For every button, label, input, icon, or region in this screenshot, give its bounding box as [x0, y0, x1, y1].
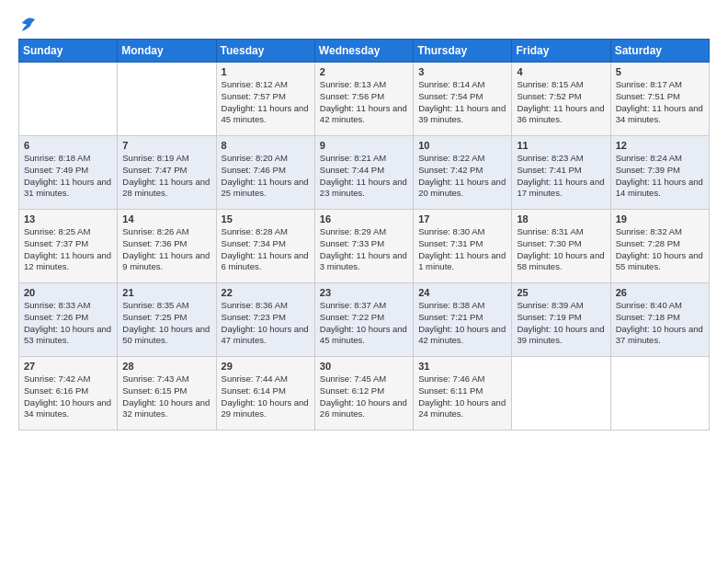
- day-number: 2: [320, 66, 408, 77]
- calendar-cell: 26Sunrise: 8:40 AM Sunset: 7:18 PM Dayli…: [610, 283, 709, 357]
- calendar-cell: 8Sunrise: 8:20 AM Sunset: 7:46 PM Daylig…: [216, 136, 314, 210]
- col-header-thursday: Thursday: [414, 40, 512, 63]
- day-info: Sunrise: 8:37 AM Sunset: 7:22 PM Dayligh…: [320, 300, 408, 347]
- calendar-cell: 11Sunrise: 8:23 AM Sunset: 7:41 PM Dayli…: [512, 136, 610, 210]
- calendar-table: SundayMondayTuesdayWednesdayThursdayFrid…: [18, 39, 710, 431]
- day-info: Sunrise: 8:30 AM Sunset: 7:31 PM Dayligh…: [418, 226, 506, 273]
- day-number: 1: [222, 66, 310, 77]
- week-row-3: 13Sunrise: 8:25 AM Sunset: 7:37 PM Dayli…: [19, 210, 710, 283]
- day-info: Sunrise: 8:29 AM Sunset: 7:33 PM Dayligh…: [320, 226, 408, 273]
- calendar-cell: 6Sunrise: 8:18 AM Sunset: 7:49 PM Daylig…: [19, 136, 118, 210]
- day-number: 10: [418, 140, 506, 151]
- day-info: Sunrise: 8:13 AM Sunset: 7:56 PM Dayligh…: [320, 79, 408, 126]
- page: SundayMondayTuesdayWednesdayThursdayFrid…: [0, 0, 728, 563]
- calendar-cell: 25Sunrise: 8:39 AM Sunset: 7:19 PM Dayli…: [512, 283, 610, 357]
- day-info: Sunrise: 8:32 AM Sunset: 7:28 PM Dayligh…: [616, 226, 704, 273]
- header: [18, 15, 710, 29]
- calendar-cell: 18Sunrise: 8:31 AM Sunset: 7:30 PM Dayli…: [512, 210, 610, 283]
- calendar-cell: 13Sunrise: 8:25 AM Sunset: 7:37 PM Dayli…: [19, 210, 118, 283]
- calendar-cell: 28Sunrise: 7:43 AM Sunset: 6:15 PM Dayli…: [118, 357, 216, 431]
- day-number: 22: [222, 287, 310, 298]
- week-row-5: 27Sunrise: 7:42 AM Sunset: 6:16 PM Dayli…: [19, 357, 710, 431]
- day-info: Sunrise: 8:22 AM Sunset: 7:42 PM Dayligh…: [418, 153, 506, 200]
- day-info: Sunrise: 8:26 AM Sunset: 7:36 PM Dayligh…: [122, 226, 210, 273]
- calendar-cell: 1Sunrise: 8:12 AM Sunset: 7:57 PM Daylig…: [216, 63, 314, 136]
- day-number: 25: [517, 287, 605, 298]
- day-number: 23: [320, 287, 408, 298]
- header-row: SundayMondayTuesdayWednesdayThursdayFrid…: [19, 40, 710, 63]
- calendar-cell: 30Sunrise: 7:45 AM Sunset: 6:12 PM Dayli…: [314, 357, 413, 431]
- week-row-1: 1Sunrise: 8:12 AM Sunset: 7:57 PM Daylig…: [19, 63, 710, 136]
- day-number: 24: [418, 287, 506, 298]
- day-number: 4: [517, 66, 605, 77]
- day-number: 12: [616, 140, 704, 151]
- day-number: 21: [122, 287, 210, 298]
- day-info: Sunrise: 7:42 AM Sunset: 6:16 PM Dayligh…: [24, 373, 112, 420]
- calendar-cell: 29Sunrise: 7:44 AM Sunset: 6:14 PM Dayli…: [216, 357, 314, 431]
- calendar-cell: 5Sunrise: 8:17 AM Sunset: 7:51 PM Daylig…: [610, 63, 709, 136]
- calendar-cell: 24Sunrise: 8:38 AM Sunset: 7:21 PM Dayli…: [414, 283, 512, 357]
- day-info: Sunrise: 8:21 AM Sunset: 7:44 PM Dayligh…: [320, 153, 408, 200]
- day-info: Sunrise: 8:35 AM Sunset: 7:25 PM Dayligh…: [122, 300, 210, 347]
- logo: [18, 15, 37, 29]
- calendar-cell: 9Sunrise: 8:21 AM Sunset: 7:44 PM Daylig…: [314, 136, 413, 210]
- day-number: 20: [24, 287, 112, 298]
- day-info: Sunrise: 8:17 AM Sunset: 7:51 PM Dayligh…: [616, 79, 704, 126]
- day-info: Sunrise: 8:24 AM Sunset: 7:39 PM Dayligh…: [616, 153, 704, 200]
- day-number: 30: [320, 361, 408, 372]
- day-number: 28: [122, 361, 210, 372]
- logo-bird-icon: [20, 13, 37, 33]
- calendar-cell: [19, 63, 118, 136]
- day-info: Sunrise: 8:38 AM Sunset: 7:21 PM Dayligh…: [418, 300, 506, 347]
- day-info: Sunrise: 8:28 AM Sunset: 7:34 PM Dayligh…: [222, 226, 310, 273]
- day-info: Sunrise: 8:19 AM Sunset: 7:47 PM Dayligh…: [122, 153, 210, 200]
- calendar-cell: 14Sunrise: 8:26 AM Sunset: 7:36 PM Dayli…: [118, 210, 216, 283]
- calendar-cell: 3Sunrise: 8:14 AM Sunset: 7:54 PM Daylig…: [414, 63, 512, 136]
- day-info: Sunrise: 8:15 AM Sunset: 7:52 PM Dayligh…: [517, 79, 605, 126]
- calendar-cell: 19Sunrise: 8:32 AM Sunset: 7:28 PM Dayli…: [610, 210, 709, 283]
- calendar-cell: 22Sunrise: 8:36 AM Sunset: 7:23 PM Dayli…: [216, 283, 314, 357]
- day-info: Sunrise: 8:40 AM Sunset: 7:18 PM Dayligh…: [616, 300, 704, 347]
- calendar-cell: 7Sunrise: 8:19 AM Sunset: 7:47 PM Daylig…: [118, 136, 216, 210]
- calendar-cell: 23Sunrise: 8:37 AM Sunset: 7:22 PM Dayli…: [314, 283, 413, 357]
- col-header-monday: Monday: [118, 40, 216, 63]
- calendar-cell: [512, 357, 610, 431]
- col-header-tuesday: Tuesday: [216, 40, 314, 63]
- day-info: Sunrise: 8:14 AM Sunset: 7:54 PM Dayligh…: [418, 79, 506, 126]
- day-number: 14: [122, 213, 210, 224]
- day-number: 5: [616, 66, 704, 77]
- day-number: 13: [24, 213, 112, 224]
- calendar-cell: 4Sunrise: 8:15 AM Sunset: 7:52 PM Daylig…: [512, 63, 610, 136]
- calendar-cell: 2Sunrise: 8:13 AM Sunset: 7:56 PM Daylig…: [314, 63, 413, 136]
- day-info: Sunrise: 8:18 AM Sunset: 7:49 PM Dayligh…: [24, 153, 112, 200]
- day-number: 19: [616, 213, 704, 224]
- day-info: Sunrise: 8:12 AM Sunset: 7:57 PM Dayligh…: [222, 79, 310, 126]
- day-number: 7: [122, 140, 210, 151]
- day-info: Sunrise: 8:20 AM Sunset: 7:46 PM Dayligh…: [222, 153, 310, 200]
- day-number: 9: [320, 140, 408, 151]
- day-number: 27: [24, 361, 112, 372]
- day-info: Sunrise: 8:25 AM Sunset: 7:37 PM Dayligh…: [24, 226, 112, 273]
- day-number: 31: [418, 361, 506, 372]
- calendar-cell: 15Sunrise: 8:28 AM Sunset: 7:34 PM Dayli…: [216, 210, 314, 283]
- calendar-cell: 31Sunrise: 7:46 AM Sunset: 6:11 PM Dayli…: [414, 357, 512, 431]
- col-header-sunday: Sunday: [19, 40, 118, 63]
- col-header-saturday: Saturday: [610, 40, 709, 63]
- day-number: 16: [320, 213, 408, 224]
- calendar-cell: 27Sunrise: 7:42 AM Sunset: 6:16 PM Dayli…: [19, 357, 118, 431]
- day-number: 29: [222, 361, 310, 372]
- calendar-cell: 17Sunrise: 8:30 AM Sunset: 7:31 PM Dayli…: [414, 210, 512, 283]
- day-info: Sunrise: 7:44 AM Sunset: 6:14 PM Dayligh…: [222, 373, 310, 420]
- calendar-cell: [118, 63, 216, 136]
- calendar-cell: 21Sunrise: 8:35 AM Sunset: 7:25 PM Dayli…: [118, 283, 216, 357]
- calendar-cell: 10Sunrise: 8:22 AM Sunset: 7:42 PM Dayli…: [414, 136, 512, 210]
- calendar-cell: 12Sunrise: 8:24 AM Sunset: 7:39 PM Dayli…: [610, 136, 709, 210]
- day-number: 26: [616, 287, 704, 298]
- day-info: Sunrise: 8:33 AM Sunset: 7:26 PM Dayligh…: [24, 300, 112, 347]
- day-number: 6: [24, 140, 112, 151]
- day-number: 15: [222, 213, 310, 224]
- day-info: Sunrise: 8:23 AM Sunset: 7:41 PM Dayligh…: [517, 153, 605, 200]
- calendar-cell: 16Sunrise: 8:29 AM Sunset: 7:33 PM Dayli…: [314, 210, 413, 283]
- col-header-wednesday: Wednesday: [314, 40, 413, 63]
- day-info: Sunrise: 8:31 AM Sunset: 7:30 PM Dayligh…: [517, 226, 605, 273]
